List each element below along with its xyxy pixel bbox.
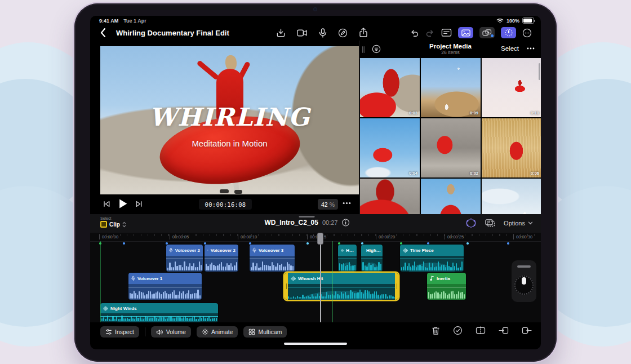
clip-duration-badge: 0:10: [531, 110, 539, 116]
record-video-icon[interactable]: [297, 29, 308, 37]
timeline-clip[interactable]: Voiceover 2: [166, 245, 203, 272]
select-button[interactable]: Select: [501, 45, 519, 52]
timeline-clip[interactable]: Inertia: [427, 273, 466, 300]
media-thumbnail[interactable]: 0:06: [482, 118, 541, 177]
media-thumbnail[interactable]: 0:10: [482, 58, 541, 117]
selected-clip-name: WD_Intro_C2_05: [265, 219, 318, 227]
media-thumbnail[interactable]: 0:04: [360, 118, 420, 177]
timeline-clip-selected[interactable]: Whoosh Hit: [285, 273, 398, 300]
browser-toggle-button[interactable]: [441, 28, 452, 37]
pencil-tool-icon[interactable]: [338, 28, 348, 38]
selected-clip-duration: 00:27: [322, 219, 338, 226]
skip-forward-button[interactable]: [135, 200, 143, 208]
record-voiceover-icon[interactable]: [319, 28, 327, 38]
more-options-button[interactable]: [522, 28, 532, 38]
media-thumbnail[interactable]: 0:02: [421, 118, 481, 177]
media-item-count: 26 Items: [429, 50, 472, 55]
video-title-overlay: WHIRLING: [100, 103, 359, 131]
volume-button[interactable]: Volume: [151, 326, 191, 338]
chevron-up-down-icon: [122, 221, 126, 228]
timeline-clip[interactable]: H…: [338, 245, 357, 272]
skimmer-line: [332, 241, 333, 322]
media-more-button[interactable]: [527, 47, 535, 50]
undo-button[interactable]: [410, 28, 419, 38]
viewer-panel: WHIRLING Meditation in Motion 00:00:16:0…: [90, 41, 359, 214]
back-button[interactable]: [100, 28, 109, 37]
timeline-clip[interactable]: Night Winds: [100, 303, 218, 322]
jog-wheel-toggle-button[interactable]: [501, 27, 516, 38]
timeline-clip[interactable]: Voiceover 2: [205, 245, 238, 272]
jog-wheel[interactable]: [512, 260, 536, 302]
timeline-clip[interactable]: Voiceover 3: [250, 245, 295, 272]
media-thumbnail[interactable]: [360, 179, 420, 214]
timeline-toolbar: Select Clip WD_Intro_C2_05 00:27: [90, 214, 541, 233]
inspect-button[interactable]: Inspect: [100, 326, 139, 338]
insert-clip-button[interactable]: [499, 326, 509, 335]
magnetic-timeline-button[interactable]: [465, 218, 477, 228]
media-thumbnail[interactable]: [482, 179, 541, 214]
marker-dot: [123, 242, 125, 245]
front-camera: [313, 7, 317, 11]
import-media-button[interactable]: [276, 28, 286, 38]
selected-clip-info: WD_Intro_C2_05 00:27: [265, 214, 350, 227]
wifi-icon: [496, 18, 504, 24]
dervish-shoe: [234, 190, 242, 194]
video-preview: WHIRLING Meditation in Motion: [100, 46, 359, 194]
timeline-ruler[interactable]: 00:00:00 00:00:05 00:00:10 00:00:15 00:0…: [90, 233, 541, 242]
notification-dot: [491, 34, 494, 37]
clip-duration-badge: 0:04: [409, 171, 417, 176]
panel-resize-handle[interactable]: [362, 46, 365, 53]
delete-button[interactable]: [432, 326, 440, 335]
dervish-arm: [196, 60, 219, 80]
clip-appearance-button[interactable]: [485, 219, 496, 228]
media-thumbnail[interactable]: 0:09: [421, 58, 481, 117]
timeline-clip[interactable]: Voiceover 1: [128, 273, 202, 300]
timecode-display[interactable]: 00:00:16:08: [199, 199, 252, 210]
project-title: Whirling Documentary Final Edit: [116, 29, 229, 37]
multicam-button[interactable]: Multicam: [243, 326, 287, 338]
media-browser-panel: Project Media 26 Items Select 0:03 0:09 …: [359, 41, 541, 214]
marker-dot: [204, 242, 206, 245]
timeline-clip[interactable]: Time Piece: [400, 245, 464, 272]
timeline: 00:00:00 00:00:05 00:00:10 00:00:15 00:0…: [90, 233, 541, 322]
playhead[interactable]: [317, 233, 323, 245]
viewer-more-button[interactable]: [343, 202, 351, 205]
status-time: 9:41 AM: [99, 18, 118, 24]
options-button[interactable]: Options: [504, 220, 533, 227]
overwrite-clip-button[interactable]: [522, 326, 532, 335]
marker-dot: [400, 242, 402, 245]
clip-duration-badge: 0:03: [409, 110, 417, 116]
share-icon[interactable]: [359, 28, 368, 38]
media-library-button[interactable]: [458, 27, 473, 38]
ruler-label: 00:00:20: [376, 234, 395, 239]
media-panel-header: Project Media 26 Items Select: [359, 41, 541, 59]
done-check-button[interactable]: [453, 326, 463, 335]
ipad-device: 9:41 AM Tue 1 Apr 100% Whirling Document…: [74, 3, 557, 362]
trim-handle-right[interactable]: [395, 273, 398, 300]
clip-duration-badge: 0:09: [470, 110, 478, 116]
media-thumbnail[interactable]: [421, 179, 481, 214]
effects-browser-button[interactable]: [479, 27, 495, 38]
split-clip-button[interactable]: [476, 326, 486, 335]
filter-button[interactable]: [372, 45, 381, 54]
jog-wheel-pointer: [522, 277, 526, 285]
animate-button[interactable]: Animate: [197, 326, 238, 338]
zoom-level-button[interactable]: 42%: [318, 199, 338, 210]
clip-info-button[interactable]: [341, 219, 349, 227]
home-indicator[interactable]: [284, 343, 347, 345]
skip-back-button[interactable]: [103, 200, 110, 208]
play-button[interactable]: [118, 198, 128, 209]
timeline-clip[interactable]: High…: [361, 245, 383, 272]
app-toolbar: Whirling Documentary Final Edit: [90, 25, 541, 41]
marker-dot: [507, 242, 509, 245]
media-scrollbar[interactable]: [539, 63, 540, 80]
tool-selector[interactable]: Select Clip: [100, 216, 126, 228]
status-date: Tue 1 Apr: [123, 18, 146, 24]
timeline-drag-handle[interactable]: [299, 216, 315, 217]
media-thumbnail[interactable]: 0:03: [360, 58, 420, 117]
battery-icon: [522, 17, 534, 24]
redo-button[interactable]: [425, 28, 435, 38]
media-grid: 0:03 0:09 0:10 0:04 0:02 0:06: [360, 58, 541, 214]
timeline-start-line: [100, 241, 101, 322]
trim-handle-left[interactable]: [285, 273, 288, 300]
